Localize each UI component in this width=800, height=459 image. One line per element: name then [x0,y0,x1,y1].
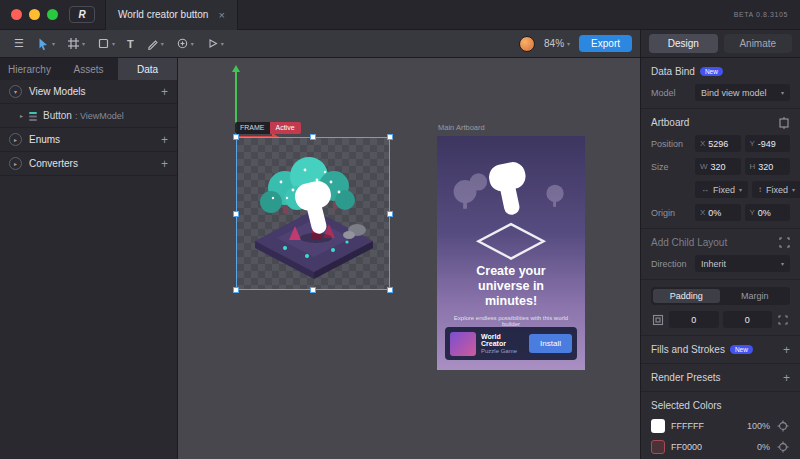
menu-button[interactable]: ☰ [10,34,28,53]
add-render-preset-button[interactable]: + [783,372,790,384]
field-value: 0 [691,315,696,325]
tree-item-label: Enums [29,134,60,145]
artboard-main[interactable]: Create your universe in minutes! Explore… [437,136,585,370]
render-presets-title: Render Presets [651,372,720,383]
new-badge: New [730,345,753,354]
resize-handle[interactable] [310,134,316,140]
resize-handle[interactable] [233,287,239,293]
document-tab[interactable]: World creator button × [105,0,238,30]
padding-tab[interactable]: Padding [653,289,720,303]
install-button[interactable]: Install [529,334,572,353]
promo-headline[interactable]: Create your universe in minutes! [437,264,585,309]
game-text: World Creator Puzzle Game [481,333,524,354]
world-illustration [237,138,391,289]
add-view-model-button[interactable]: + [161,86,168,98]
padding-sides-icon[interactable] [776,314,790,326]
zoom-control[interactable]: 84% ▾ [544,38,570,49]
origin-label: Origin [651,208,691,218]
text-tool[interactable]: T [123,35,138,53]
artboard-tool[interactable]: ▾ [63,34,89,53]
expander-icon[interactable]: ▾ [9,85,22,98]
app-window: R World creator button × BETA 0.8.3105 ☰… [0,0,800,459]
artboard-icon[interactable] [778,117,790,129]
position-y-field[interactable]: Y -949 [745,135,791,152]
width-mode-dropdown[interactable]: ↔ Fixed ▾ [695,181,748,198]
padding-v-field[interactable]: 0 [723,311,773,328]
promo-subtext[interactable]: Explore endless possibilities with this … [437,315,585,327]
animate-mode-button[interactable]: Animate [724,34,793,53]
new-badge: New [700,67,723,76]
chevron-down-icon[interactable]: ▾ [161,40,164,47]
artboard-active[interactable] [236,137,390,290]
width-field[interactable]: W 320 [695,158,741,175]
close-tab-icon[interactable]: × [218,9,224,21]
height-mode-dropdown[interactable]: ↕ Fixed ▾ [752,181,800,198]
chevron-right-icon[interactable]: ▸ [20,112,23,119]
tree-item-enums[interactable]: ▸ Enums + [0,128,177,152]
color-opacity[interactable]: 0% [757,442,770,452]
resize-handle[interactable] [387,134,393,140]
cursor-icon [36,37,50,51]
pen-tool[interactable]: ▾ [142,34,168,53]
color-hex[interactable]: FFFFFF [671,421,741,431]
close-window-button[interactable] [11,9,22,20]
chevron-down-icon[interactable]: ▾ [52,40,55,47]
resize-handle[interactable] [387,211,393,217]
margin-tab[interactable]: Margin [722,289,789,303]
resize-handle[interactable] [387,287,393,293]
chevron-down-icon[interactable]: ▾ [191,40,194,47]
tab-hierarchy[interactable]: Hierarchy [0,58,59,80]
resize-handle[interactable] [310,287,316,293]
select-tool[interactable]: ▾ [32,34,59,54]
main-artboard-label[interactable]: Main Artboard [438,123,485,132]
bind-view-model-dropdown[interactable]: Bind view model ▾ [695,84,790,101]
pen-icon [146,37,159,50]
frame-badge[interactable]: FRAME Active [235,122,301,134]
add-converter-button[interactable]: + [161,158,168,170]
origin-y-field[interactable]: Y 0% [745,204,791,221]
color-picker-icon[interactable] [776,420,790,432]
padding-h-field[interactable]: 0 [669,311,719,328]
expand-layout-icon[interactable] [779,237,790,248]
resize-handle[interactable] [233,134,239,140]
add-fill-button[interactable]: + [783,344,790,356]
play-tool[interactable]: ▾ [202,34,228,53]
tree-item-converters[interactable]: ▸ Converters + [0,152,177,176]
color-picker-icon[interactable] [776,441,790,453]
tree-item-view-models[interactable]: ▾ View Models + [0,80,177,104]
tab-assets[interactable]: Assets [59,58,118,80]
rive-logo[interactable]: R [69,6,95,23]
direction-dropdown[interactable]: Inherit ▾ [695,255,790,272]
color-opacity[interactable]: 100% [747,421,770,431]
fullscreen-window-button[interactable] [47,9,58,20]
export-button[interactable]: Export [579,35,632,52]
selected-colors-title: Selected Colors [651,400,722,411]
field-key: X [700,208,705,217]
canvas[interactable]: FRAME Active [178,58,640,459]
artboard-title: Artboard [651,117,689,128]
shape-tool[interactable]: ▾ [93,34,119,53]
field-value: 0% [758,208,771,218]
color-swatch[interactable] [651,419,665,433]
resize-handle[interactable] [233,211,239,217]
tab-data[interactable]: Data [118,58,177,80]
position-x-field[interactable]: X 5296 [695,135,741,152]
dropdown-value: Fixed [766,185,788,195]
expander-icon[interactable]: ▸ [9,133,22,146]
minimize-window-button[interactable] [29,9,40,20]
origin-x-field[interactable]: X 0% [695,204,741,221]
chevron-down-icon[interactable]: ▾ [112,40,115,47]
color-hex[interactable]: FF0000 [671,442,751,452]
add-enum-button[interactable]: + [161,134,168,146]
height-field[interactable]: H 320 [745,158,791,175]
install-banner[interactable]: World Creator Puzzle Game Install [445,327,577,360]
constraint-tool[interactable]: ▾ [172,34,198,53]
chevron-down-icon[interactable]: ▾ [82,40,85,47]
expander-icon[interactable]: ▸ [9,157,22,170]
chevron-down-icon[interactable]: ▾ [221,40,224,47]
design-mode-button[interactable]: Design [649,34,718,53]
user-avatar[interactable] [519,36,535,52]
tree-item-button-viewmodel[interactable]: ▸ Button : ViewModel [0,104,177,128]
data-tree: ▾ View Models + ▸ Button : ViewModel ▸ E… [0,80,177,176]
color-swatch[interactable] [651,440,665,454]
